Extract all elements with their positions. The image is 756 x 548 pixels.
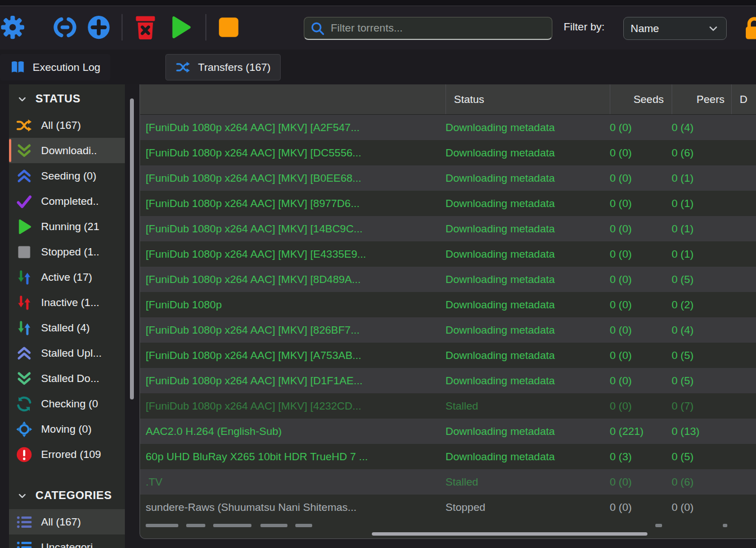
- table-body: [FuniDub 1080p x264 AAC] [MKV] [A2F547..…: [140, 115, 756, 520]
- torrent-status-cell: Downloading metadata: [446, 273, 610, 286]
- status-inactive[interactable]: Inactive (1...: [9, 290, 125, 315]
- status-moving[interactable]: Moving (0): [9, 416, 125, 442]
- status-stalled-downloading[interactable]: Stalled Do...: [9, 366, 125, 391]
- [FuniDub 1080p x264 AAC] [MKV] [A753AB...[interactable]: [FuniDub 1080p x264 AAC] [MKV] [A753AB..…: [140, 343, 756, 368]
- stalled-down-chevrons-icon: [16, 370, 33, 387]
- torrent-seeds-cell: 0 (0): [610, 172, 672, 185]
- clipped-text: [295, 524, 312, 527]
- active-arrows-icon: [16, 269, 33, 286]
- tab-bar: Transfers (167) Execution Log: [0, 50, 756, 84]
- add-torrent-file-button[interactable]: [86, 14, 111, 41]
- stop-button[interactable]: [216, 14, 241, 41]
- checking-sync-icon: [16, 396, 33, 412]
- column-header-seeds[interactable]: Seeds: [610, 84, 672, 114]
- torrent-name-cell: [FuniDub 1080p x264 AAC] [MKV] [DC5556..…: [140, 147, 446, 159]
- status-completed[interactable]: Completed..: [9, 188, 125, 214]
- filter-torrents-input[interactable]: [331, 22, 546, 34]
- stop-icon: [216, 14, 241, 41]
- torrent-name-cell: 60p UHD BluRay X265 10bit HDR TrueHD 7 .…: [140, 451, 446, 463]
- tab-execution-log[interactable]: Execution Log: [0, 54, 110, 80]
- torrent-list: Status Seeds Peers D [FuniDub 1080p x264…: [140, 84, 756, 539]
- trash-icon: [133, 14, 158, 41]
- [FuniDub 1080p x264 AAC] [MKV] [DC5556...[interactable]: [FuniDub 1080p x264 AAC] [MKV] [DC5556..…: [140, 140, 756, 165]
- sidebar-scrollbar[interactable]: [130, 98, 134, 399]
- column-header-dl-speed[interactable]: D: [731, 84, 756, 114]
- torrent-peers-cell: 0 (5): [672, 375, 731, 387]
- torrent-name-cell: [FuniDub 1080p x264 AAC] [MKV] [D1F1AE..…: [140, 375, 446, 387]
- status-stalled[interactable]: Stalled (4): [9, 315, 125, 340]
- [FuniDub 1080p x264 AAC] [MKV] [B0EE68...[interactable]: [FuniDub 1080p x264 AAC] [MKV] [B0EE68..…: [140, 165, 756, 191]
- torrent-name-cell: [FuniDub 1080p x264 AAC] [MKV] [A753AB..…: [140, 349, 446, 362]
- category-all[interactable]: All (167): [9, 509, 125, 534]
- 60p UHD BluRay X265 10bit HDR TrueHD 7 ...[interactable]: 60p UHD BluRay X265 10bit HDR TrueHD 7 .…: [140, 444, 756, 469]
- [FuniDub 1080p x264 AAC] [MKV] [4232CD...[interactable]: [FuniDub 1080p x264 AAC] [MKV] [4232CD..…: [140, 393, 756, 419]
- download-chevrons-icon: [16, 142, 33, 159]
- status-active[interactable]: Active (17): [9, 264, 125, 290]
- [FuniDub 1080p x264 AAC] [MKV] [E4335E9...[interactable]: [FuniDub 1080p x264 AAC] [MKV] [E4335E9.…: [140, 241, 756, 267]
- torrent-peers-cell: 0 (1): [672, 248, 731, 260]
- [FuniDub 1080p x264 AAC] [MKV] [A2F547...[interactable]: [FuniDub 1080p x264 AAC] [MKV] [A2F547..…: [140, 115, 756, 140]
- search-box[interactable]: [304, 17, 552, 40]
- [FuniDub 1080p x264 AAC] [MKV] [826BF7...[interactable]: [FuniDub 1080p x264 AAC] [MKV] [826BF7..…: [140, 317, 756, 343]
- add-torrent-link-button[interactable]: [52, 14, 78, 41]
- column-header-name[interactable]: [140, 84, 446, 114]
- torrent-name-cell: sundere-Raws (Shuumatsu Nani Shitemas...: [140, 501, 446, 514]
- tab-transfers[interactable]: Transfers (167): [165, 54, 281, 80]
- torrent-seeds-cell: 0 (3): [610, 451, 672, 463]
- torrent-peers-cell: 0 (0): [672, 501, 731, 514]
- status-stopped[interactable]: Stopped (1..: [9, 239, 125, 264]
- torrent-peers-cell: 0 (4): [672, 122, 731, 134]
- section-gap: [9, 467, 125, 481]
- .TV[interactable]: .TV Stalled 0 (0) 0 (6): [140, 469, 756, 495]
- toolbar-separator: [205, 14, 206, 41]
- category-list-blue-icon: [16, 539, 33, 548]
- status-all[interactable]: All (167): [9, 113, 125, 138]
- torrent-peers-cell: 0 (1): [672, 223, 731, 235]
- column-header-status[interactable]: Status: [446, 84, 610, 114]
- delete-button[interactable]: [133, 14, 158, 41]
- sundere-Raws (Shuumatsu Nani Shitemas...[interactable]: sundere-Raws (Shuumatsu Nani Shitemas...…: [140, 495, 756, 520]
- status-section-header[interactable]: STATUS: [9, 84, 125, 113]
- torrent-seeds-cell: 0 (221): [610, 425, 672, 438]
- [FuniDub 1080p x264 AAC] [MKV] [D1F1AE...[interactable]: [FuniDub 1080p x264 AAC] [MKV] [D1F1AE..…: [140, 368, 756, 393]
- lock-icon[interactable]: [741, 15, 756, 42]
- torrent-status-cell: Downloading metadata: [446, 451, 610, 463]
- filter-by-value: Name: [631, 23, 707, 35]
- filter-by-dropdown[interactable]: Name: [623, 17, 727, 40]
- torrent-seeds-cell: 0 (0): [610, 299, 672, 311]
- [FuniDub 1080p[interactable]: [FuniDub 1080p Downloading metadata 0 (0…: [140, 292, 756, 317]
- chevron-down-icon: [17, 491, 27, 500]
- status-running[interactable]: Running (21: [9, 214, 125, 239]
- search-icon: [310, 21, 325, 36]
- torrent-peers-cell: 0 (6): [672, 476, 731, 488]
- AAC2.0 H.264 (English-Sub)[interactable]: AAC2.0 H.264 (English-Sub) Downloading m…: [140, 419, 756, 444]
- status-checking[interactable]: Checking (0: [9, 391, 125, 416]
- resume-button[interactable]: [168, 14, 193, 41]
- options-button[interactable]: [0, 14, 25, 41]
- category-uncategorized[interactable]: Uncategori: [9, 534, 125, 548]
- categories-section-title: CATEGORIES: [35, 489, 112, 502]
- categories-section-header[interactable]: CATEGORIES: [9, 481, 125, 509]
- torrent-peers-cell: 0 (5): [672, 349, 731, 362]
- play-icon: [168, 14, 193, 41]
- column-header-peers[interactable]: Peers: [672, 84, 731, 114]
- torrent-seeds-cell: 0 (0): [610, 476, 672, 488]
- [FuniDub 1080p x264 AAC] [MKV] [14BC9C...[interactable]: [FuniDub 1080p x264 AAC] [MKV] [14BC9C..…: [140, 216, 756, 241]
- link-icon: [52, 14, 78, 41]
- [FuniDub 1080p x264 AAC] [MKV] [8D489A...[interactable]: [FuniDub 1080p x264 AAC] [MKV] [8D489A..…: [140, 267, 756, 292]
- toolbar: Filter by: Name: [0, 7, 756, 50]
- [FuniDub 1080p x264 AAC] [MKV] [8977D6...[interactable]: [FuniDub 1080p x264 AAC] [MKV] [8977D6..…: [140, 191, 756, 216]
- status-seeding[interactable]: Seeding (0): [9, 163, 125, 188]
- titlebar: [0, 0, 756, 6]
- status-stalled-uploading[interactable]: Stalled Upl...: [9, 340, 125, 366]
- horizontal-scrollbar[interactable]: [372, 532, 647, 536]
- table-row-partial[interactable]: [140, 520, 756, 532]
- filter-by-label: Filter by:: [564, 21, 605, 33]
- stopped-square-icon: [16, 244, 33, 260]
- status-downloading[interactable]: Downloadi..: [9, 138, 125, 163]
- torrent-status-cell: Downloading metadata: [446, 197, 610, 210]
- upload-chevrons-icon: [16, 168, 33, 185]
- category-list-slate-icon: [16, 514, 33, 531]
- status-errored[interactable]: Errored (109: [9, 442, 125, 467]
- torrent-seeds-cell: 0 (0): [610, 324, 672, 336]
